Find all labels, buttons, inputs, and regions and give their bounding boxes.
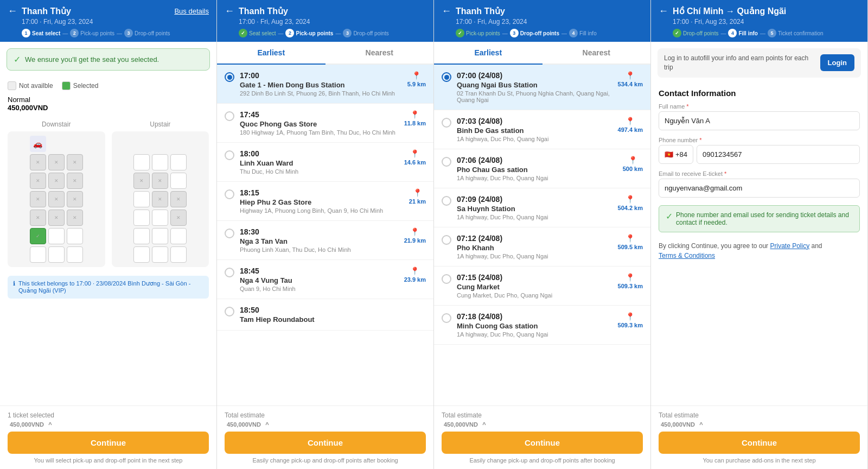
up-seat9[interactable]: ✕ <box>170 191 187 207</box>
drop-stop-5[interactable]: 07:15 (24/08) Cung Market Cung Market, D… <box>434 267 650 306</box>
drop-radio-4[interactable] <box>442 235 451 245</box>
drop-radio-0[interactable] <box>442 72 451 82</box>
up-seat5[interactable]: ✕ <box>152 173 168 189</box>
drop-radio-2[interactable] <box>442 157 451 167</box>
up-seat7[interactable] <box>133 191 150 207</box>
radio-1[interactable] <box>225 111 234 121</box>
seat-d4[interactable]: ✕ <box>30 173 46 189</box>
up-seat15[interactable] <box>170 228 187 244</box>
tab-earliest-2[interactable]: Earliest <box>217 42 326 65</box>
seat-d14[interactable] <box>48 228 65 244</box>
up-seat2[interactable] <box>152 154 168 170</box>
up-seat13[interactable] <box>133 228 150 244</box>
radio-6[interactable] <box>225 307 234 316</box>
stop-item-2[interactable]: 18:00 Linh Xuan Ward Thu Duc, Ho Chi Min… <box>217 143 433 182</box>
up-seat12[interactable]: ✕ <box>170 210 187 226</box>
up-seat1[interactable] <box>133 154 150 170</box>
tab-earliest-3[interactable]: Earliest <box>434 42 542 65</box>
stop-item-3[interactable]: 18:15 Hiep Phu 2 Gas Store Highway 1A, P… <box>217 182 433 221</box>
seat-d7[interactable]: ✕ <box>30 191 46 207</box>
continue-button-4[interactable]: Continue <box>659 432 860 454</box>
stop-item-4[interactable]: 18:30 Nga 3 Tan Van Phuong Linh Xuan, Th… <box>217 221 433 260</box>
back-arrow-icon[interactable]: ← <box>8 5 17 17</box>
dist-val-0: 5.9 km <box>407 81 426 87</box>
up-seat16[interactable] <box>133 246 150 263</box>
fullname-input[interactable] <box>659 111 860 130</box>
drop-radio-5[interactable] <box>442 274 451 284</box>
stop-item-0[interactable]: 17:00 Gate 1 - Mien Dong Bus Station 292… <box>217 65 433 104</box>
radio-2[interactable] <box>225 150 234 160</box>
drop-name-2: Pho Chau Gas sation <box>457 166 617 174</box>
terms-conditions-link[interactable]: Terms & Conditions <box>659 252 715 259</box>
footer-note-2: Easily change pick-up and drop-off point… <box>225 457 426 464</box>
seat-d2[interactable]: ✕ <box>48 154 65 170</box>
tab-nearest-3[interactable]: Nearest <box>542 42 651 65</box>
up-seat3[interactable] <box>170 154 187 170</box>
seat-d17[interactable] <box>48 246 65 263</box>
continue-button-2[interactable]: Continue <box>225 432 426 454</box>
up-seat11[interactable] <box>152 210 168 226</box>
drop-dist-5: 📍 509.3 km <box>618 273 643 289</box>
seat-d5[interactable]: ✕ <box>48 173 65 189</box>
up-seat10[interactable] <box>133 210 150 226</box>
drop-stop-0[interactable]: 07:00 (24/08) Quang Ngai Bus Station 02 … <box>434 65 650 110</box>
legend-selected: Selected <box>62 81 99 90</box>
up-seat6[interactable] <box>170 173 187 189</box>
radio-0[interactable] <box>225 72 234 82</box>
header-title-2: Thanh Thủy <box>239 6 426 16</box>
dist-val-4: 21.9 km <box>404 237 426 244</box>
seat-d1[interactable]: ✕ <box>30 154 46 170</box>
private-policy-link[interactable]: Private Policy <box>770 242 809 250</box>
login-button[interactable]: Login <box>820 54 854 71</box>
continue-button-3[interactable]: Continue <box>442 432 643 454</box>
stop-addr-4: Phuong Linh Xuan, Thu Duc, Ho Chi Minh <box>240 246 399 253</box>
radio-3[interactable] <box>225 189 234 199</box>
selected-count: 1 ticket selected <box>8 411 54 419</box>
seat-d11[interactable]: ✕ <box>48 210 65 226</box>
seat-d18[interactable] <box>67 246 83 263</box>
seat-d8[interactable]: ✕ <box>48 191 65 207</box>
radio-5[interactable] <box>225 268 234 277</box>
drop-radio-1[interactable] <box>442 118 451 128</box>
stop-name-6: Tam Hiep Roundabout <box>240 315 420 324</box>
drop-dist-val-0: 534.4 km <box>618 81 643 87</box>
drop-time-3: 07:09 (24/08) <box>457 195 612 204</box>
drop-radio-6[interactable] <box>442 313 451 323</box>
drop-stop-3[interactable]: 07:09 (24/08) Sa Huynh Station 1A highwa… <box>434 188 650 227</box>
bus-details-link[interactable]: Bus details <box>174 7 209 15</box>
up-seat8[interactable]: ✕ <box>152 191 168 207</box>
seat-d3[interactable]: ✕ <box>67 154 83 170</box>
back-arrow-icon-2[interactable]: ← <box>225 5 234 17</box>
up-seat18[interactable] <box>170 246 187 263</box>
drop-radio-3[interactable] <box>442 196 451 206</box>
up-seat14[interactable] <box>152 228 168 244</box>
seat-d10[interactable]: ✕ <box>30 210 46 226</box>
drop-stop-2[interactable]: 07:06 (24/08) Pho Chau Gas sation 1A hig… <box>434 149 650 188</box>
stop-item-1[interactable]: 17:45 Quoc Phong Gas Store 180 Highway 1… <box>217 104 433 143</box>
stop-dist-2: 📍 14.6 km <box>404 149 426 166</box>
drop-stop-6[interactable]: 07:18 (24/08) Minh Cuong Gas station 1A … <box>434 306 650 345</box>
drop-name-6: Minh Cuong Gas station <box>457 322 612 330</box>
policy-and: and <box>812 242 822 250</box>
drop-stop-4[interactable]: 07:12 (24/08) Pho Khanh 1A highway, Duc … <box>434 227 650 267</box>
seat-d6[interactable]: ✕ <box>67 173 83 189</box>
seat-d9[interactable]: ✕ <box>67 191 83 207</box>
phone-input[interactable] <box>697 145 860 164</box>
continue-button[interactable]: Continue <box>8 432 209 454</box>
seat-d13-selected[interactable]: ✓ <box>30 228 46 244</box>
drop-loc-icon-1: 📍 <box>626 117 635 125</box>
back-arrow-icon-3[interactable]: ← <box>442 5 451 17</box>
seat-d15[interactable] <box>67 228 83 244</box>
radio-4[interactable] <box>225 229 234 238</box>
up-seat4[interactable]: ✕ <box>133 173 150 189</box>
email-input[interactable] <box>659 179 860 198</box>
seat-d12[interactable]: ✕ <box>67 210 83 226</box>
up-seat17[interactable] <box>152 246 168 263</box>
stop-item-5[interactable]: 18:45 Nga 4 Vung Tau Quan 9, Ho Chi Minh… <box>217 260 433 299</box>
back-arrow-icon-4[interactable]: ← <box>659 5 668 17</box>
step-dash-1: — <box>62 30 68 36</box>
seat-d16[interactable] <box>30 246 46 263</box>
drop-stop-1[interactable]: 07:03 (24/08) Binh De Gas station 1A hig… <box>434 110 650 149</box>
tab-nearest-2[interactable]: Nearest <box>326 42 434 65</box>
stop-item-6[interactable]: 18:50 Tam Hiep Roundabout <box>217 299 433 331</box>
